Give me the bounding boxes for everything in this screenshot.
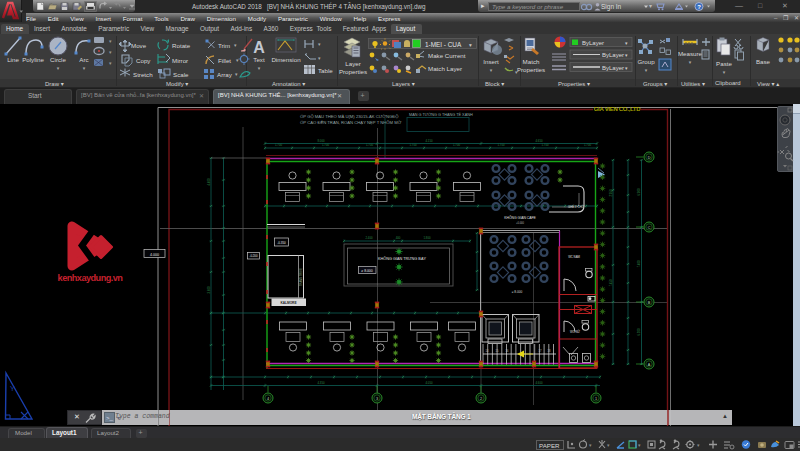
svg-text:Trim: Trim <box>218 42 230 49</box>
svg-text:KHÔNG GIAN CAFE: KHÔNG GIAN CAFE <box>504 215 536 220</box>
svg-text:≥ 8.000: ≥ 8.000 <box>512 290 523 294</box>
svg-text:Scale: Scale <box>173 71 189 78</box>
svg-text:▾: ▾ <box>318 55 321 61</box>
svg-text:D: D <box>648 156 651 160</box>
svg-text:MÀN G TƯỜNG G THANG TỂ XANH: MÀN G TƯỜNG G THANG TỂ XANH <box>409 112 473 117</box>
svg-text:Polyline: Polyline <box>22 56 44 63</box>
svg-text:2: 2 <box>480 397 482 401</box>
svg-text:▾: ▾ <box>57 65 60 71</box>
svg-text:Copy: Copy <box>136 57 151 64</box>
svg-text:2.400: 2.400 <box>366 236 373 240</box>
svg-text:▾: ▾ <box>236 57 239 63</box>
svg-text:1.700: 1.700 <box>498 143 505 147</box>
svg-text:Insert: Insert <box>483 58 499 65</box>
svg-text:▾: ▾ <box>109 49 112 55</box>
svg-text:1.700: 1.700 <box>275 143 282 147</box>
svg-text:16: 16 <box>506 349 509 353</box>
svg-text:▾: ▾ <box>109 60 112 66</box>
svg-text:15: 15 <box>496 349 499 353</box>
svg-text:Layer: Layer <box>345 60 360 67</box>
svg-text:▾: ▾ <box>318 41 321 47</box>
svg-text:Table: Table <box>318 67 333 74</box>
svg-text:▾: ▾ <box>689 59 692 65</box>
svg-text:Properties: Properties <box>517 66 545 73</box>
svg-text:▾: ▾ <box>645 67 648 73</box>
svg-text:7.450: 7.450 <box>609 279 613 286</box>
svg-text:Group: Group <box>637 58 655 65</box>
svg-text:GHẾ Y CHỜ: GHẾ Y CHỜ <box>568 204 584 209</box>
svg-text:C: C <box>648 226 651 230</box>
svg-text:KALMORE: KALMORE <box>280 301 296 305</box>
svg-text:ByLayer: ByLayer <box>602 52 624 58</box>
svg-text:Move: Move <box>131 42 147 49</box>
svg-text:400: 400 <box>396 236 401 240</box>
svg-text:-0.200: -0.200 <box>250 254 258 258</box>
svg-text:▾: ▾ <box>469 42 472 48</box>
svg-text:Arc: Arc <box>79 56 88 63</box>
svg-text:17: 17 <box>539 349 542 353</box>
svg-text:A: A <box>648 363 651 367</box>
svg-text:Measure: Measure <box>678 50 703 57</box>
svg-text:KHÔNG GIAN TRƯNG BÀY: KHÔNG GIAN TRƯNG BÀY <box>378 256 426 261</box>
svg-text:▾: ▾ <box>697 442 700 448</box>
svg-text:?: ? <box>697 4 701 10</box>
svg-text:6.900: 6.900 <box>637 188 641 195</box>
svg-text:8.000: 8.000 <box>318 139 325 143</box>
svg-text:2.950: 2.950 <box>609 189 613 196</box>
svg-text:1.700: 1.700 <box>453 143 460 147</box>
svg-text:1-MEI - CUA: 1-MEI - CUA <box>425 41 462 48</box>
svg-text:Circle: Circle <box>50 56 66 63</box>
svg-text:▾: ▾ <box>723 69 726 75</box>
svg-text:4.650: 4.650 <box>536 139 543 143</box>
svg-text:1.700: 1.700 <box>410 143 417 147</box>
svg-text:4.000: 4.000 <box>150 253 159 257</box>
svg-text:Match: Match <box>523 58 540 65</box>
svg-text:B: B <box>648 301 651 305</box>
svg-text:4.050: 4.050 <box>426 381 433 385</box>
svg-text:Dimension: Dimension <box>271 56 301 63</box>
svg-text:≥ 8.000: ≥ 8.000 <box>361 269 372 273</box>
svg-text:-0.350: -0.350 <box>277 241 286 245</box>
svg-text:▾: ▾ <box>638 442 641 448</box>
svg-text:Text: Text <box>253 56 265 63</box>
svg-text:kenhxaydung.vn: kenhxaydung.vn <box>58 273 124 283</box>
svg-text:▾: ▾ <box>234 42 237 48</box>
svg-text:3.600: 3.600 <box>207 286 211 293</box>
svg-text:▾: ▾ <box>83 65 86 71</box>
svg-text:WC NỮ: WC NỮ <box>570 329 580 334</box>
svg-text:18: 18 <box>548 349 551 353</box>
svg-text:Array: Array <box>217 71 233 78</box>
svg-text:ByLayer: ByLayer <box>602 65 624 71</box>
svg-text:Stretch: Stretch <box>133 71 153 78</box>
svg-text:▾: ▾ <box>607 442 610 448</box>
svg-text:Make Current: Make Current <box>428 52 466 59</box>
svg-text:+0.000: +0.000 <box>516 221 525 225</box>
svg-text:14: 14 <box>486 349 489 353</box>
svg-text:Paste: Paste <box>716 60 732 67</box>
svg-text:TRANG TRI KE: TRANG TRI KE <box>299 268 303 286</box>
svg-text:Match Layer: Match Layer <box>428 65 462 72</box>
svg-text:ByLayer: ByLayer <box>582 40 604 46</box>
svg-text:▾: ▾ <box>589 442 592 448</box>
svg-text:1: 1 <box>595 397 597 401</box>
svg-text:Line: Line <box>7 56 19 63</box>
svg-text:4.350: 4.350 <box>318 381 325 385</box>
svg-text:1.700: 1.700 <box>584 143 591 147</box>
svg-text:▾: ▾ <box>258 65 261 71</box>
svg-text:4.150: 4.150 <box>426 139 433 143</box>
svg-text:▾: ▾ <box>109 38 112 44</box>
svg-text:1.800: 1.800 <box>424 236 431 240</box>
svg-text:Base: Base <box>756 58 771 65</box>
svg-text:Y: Y <box>10 385 15 392</box>
svg-text:1.700: 1.700 <box>322 143 329 147</box>
svg-text:3: 3 <box>376 397 378 401</box>
svg-text:Mirror: Mirror <box>172 57 188 64</box>
svg-text:A: A <box>253 39 265 56</box>
svg-text:7.400: 7.400 <box>637 260 641 267</box>
svg-text:1.700: 1.700 <box>542 143 549 147</box>
svg-text:WC NAM: WC NAM <box>568 255 580 259</box>
svg-text:4: 4 <box>267 397 269 401</box>
svg-text:1.700: 1.700 <box>366 143 373 147</box>
svg-text:ỐP GỘ MÀU THEO MÃ U(M) 23015-A: ỐP GỘ MÀU THEO MÃ U(M) 23015-AK CƯỜNGĐỘ <box>300 114 399 119</box>
svg-text:Properties: Properties <box>339 68 367 75</box>
